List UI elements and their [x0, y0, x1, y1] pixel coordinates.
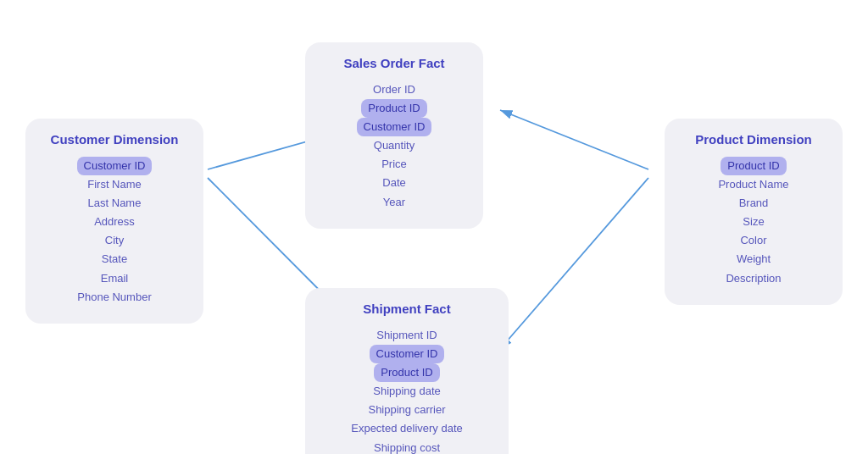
sales-field-date: Date [322, 174, 466, 192]
sales-field-order-id: Order ID [322, 80, 466, 99]
customer-dimension-box: Customer Dimension Customer ID First Nam… [25, 119, 203, 324]
sales-field-quantity: Quantity [322, 136, 466, 155]
shipment-field-shipping-carrier: Shipping carrier [322, 401, 492, 419]
customer-field-last-name: Last Name [42, 194, 186, 213]
product-field-color: Color [682, 231, 826, 250]
shipment-fact-box: Shipment Fact Shipment ID Customer ID Pr… [305, 288, 509, 454]
product-field-product-name: Product Name [682, 175, 826, 194]
customer-field-first-name: First Name [42, 175, 186, 194]
customer-field-city: City [42, 231, 186, 250]
shipment-field-customer-id: Customer ID [322, 345, 492, 363]
shipment-field-product-id: Product ID [322, 363, 492, 382]
product-field-weight: Weight [682, 250, 826, 269]
customer-dimension-title: Customer Dimension [42, 132, 186, 147]
shipment-field-shipping-date: Shipping date [322, 382, 492, 401]
shipment-fact-title: Shipment Fact [322, 302, 492, 316]
product-field-description: Description [682, 269, 826, 288]
svg-line-1 [500, 110, 648, 169]
customer-field-email: Email [42, 269, 186, 288]
sales-field-year: Year [322, 193, 466, 212]
customer-field-phone: Phone Number [42, 288, 186, 307]
customer-field-state: State [42, 250, 186, 269]
product-field-brand: Brand [682, 194, 826, 213]
product-field-size: Size [682, 213, 826, 231]
product-dimension-box: Product Dimension Product ID Product Nam… [665, 119, 843, 305]
sales-order-fact-title: Sales Order Fact [322, 56, 466, 70]
sales-field-product-id: Product ID [322, 99, 466, 118]
product-dimension-title: Product Dimension [682, 132, 826, 147]
sales-field-customer-id: Customer ID [322, 118, 466, 136]
customer-field-address: Address [42, 213, 186, 231]
shipment-field-shipping-cost: Shipping cost [322, 439, 492, 454]
svg-line-3 [500, 178, 648, 349]
shipment-field-shipment-id: Shipment ID [322, 326, 492, 345]
diagram-container: Customer Dimension Customer ID First Nam… [0, 0, 868, 454]
shipment-field-expected-delivery: Expected delivery date [322, 419, 492, 438]
product-field-product-id: Product ID [682, 157, 826, 175]
sales-field-price: Price [322, 155, 466, 174]
customer-field-customer-id: Customer ID [42, 157, 186, 175]
sales-order-fact-box: Sales Order Fact Order ID Product ID Cus… [305, 42, 483, 229]
